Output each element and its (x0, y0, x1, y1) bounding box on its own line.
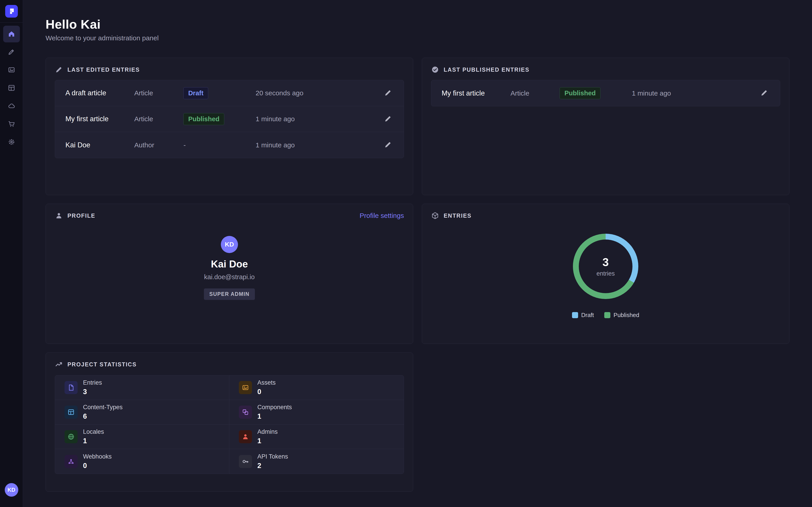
edit-entry-button[interactable] (383, 88, 393, 99)
stat-value: 3 (83, 388, 102, 396)
document-icon (64, 381, 78, 394)
pencil-icon (760, 89, 768, 98)
widget-header: LAST PUBLISHED ENTRIES (431, 66, 780, 74)
sidebar-item-media-library[interactable] (3, 62, 20, 78)
chart-legend: Draft Published (572, 312, 640, 319)
role-badge: SUPER ADMIN (204, 288, 255, 300)
entry-type: Article (134, 89, 184, 97)
stat-value: 1 (257, 437, 278, 445)
entry-time: 1 minute ago (256, 141, 383, 149)
sidebar-item-content-type-builder[interactable] (3, 44, 20, 60)
entry-name: Kai Doe (65, 141, 134, 149)
edit-entry-button[interactable] (759, 88, 770, 99)
entry-type: Author (134, 141, 184, 149)
status-badge: Draft (184, 87, 208, 99)
widget-header: PROFILE Profile settings (55, 212, 404, 220)
widget-header: PROJECT STATISTICS (55, 360, 404, 369)
edit-entry-button[interactable] (383, 140, 393, 151)
legend-item-draft: Draft (572, 312, 594, 319)
trend-up-icon (55, 360, 63, 369)
home-icon (7, 30, 15, 39)
entry-type: Article (134, 115, 184, 123)
entry-type: Article (510, 90, 560, 97)
stat-value: 0 (83, 462, 112, 470)
entry-time: 1 minute ago (256, 115, 383, 123)
widgets-grid: LAST EDITED ENTRIES A draft article Arti… (46, 58, 790, 492)
stat-value: 2 (257, 462, 288, 470)
profile-settings-link[interactable]: Profile settings (360, 212, 404, 220)
layout-icon (7, 84, 15, 93)
person-icon (55, 212, 63, 220)
entry-time: 20 seconds ago (256, 89, 383, 97)
sidebar-item-deploy[interactable] (3, 98, 20, 114)
legend-item-published: Published (604, 312, 639, 319)
legend-label: Draft (581, 312, 594, 319)
legend-label: Published (613, 312, 639, 319)
last-published-table: My first article Article Published 1 min… (431, 80, 780, 106)
last-edited-table: A draft article Article Draft 20 seconds… (55, 80, 404, 158)
page-title: Hello Kai (46, 17, 790, 32)
widget-entries: ENTRIES 3 entries Draft Publis (422, 204, 790, 344)
entries-count: 3 (603, 256, 609, 269)
sidebar-item-home[interactable] (3, 26, 20, 42)
strapi-logo[interactable] (5, 5, 18, 17)
entry-name: A draft article (65, 89, 134, 97)
sidebar-item-content-manager[interactable] (3, 80, 20, 97)
entries-donut-center: 3 entries (573, 234, 638, 299)
stat-value: 0 (257, 388, 275, 396)
sidebar-item-marketplace[interactable] (3, 116, 20, 132)
images-icon (7, 66, 15, 74)
settings-gear-icon (7, 138, 15, 147)
pencil-icon (384, 115, 392, 123)
status-empty: - (184, 141, 186, 149)
stat-label: API Tokens (257, 453, 288, 460)
cloud-icon (7, 102, 15, 111)
widget-header: LAST EDITED ENTRIES (55, 66, 404, 74)
widget-project-statistics: PROJECT STATISTICS Entries3 Assets0 Cont… (46, 352, 413, 492)
stat-components: Components1 (230, 400, 404, 425)
stat-entries: Entries3 (55, 376, 230, 400)
stat-assets: Assets0 (230, 376, 404, 400)
status-badge: Published (560, 87, 600, 99)
pencil-icon (384, 89, 392, 98)
stat-label: Webhooks (83, 453, 112, 460)
pencil-icon (384, 140, 392, 150)
widget-title: LAST PUBLISHED ENTRIES (444, 66, 529, 73)
profile-email: kai.doe@strapi.io (204, 273, 255, 281)
entry-name: My first article (442, 89, 510, 97)
layout-grid-icon (64, 406, 78, 419)
stat-label: Assets (257, 379, 275, 386)
profile-body: KD Kai Doe kai.doe@strapi.io SUPER ADMIN (55, 236, 404, 300)
person-icon (239, 430, 252, 443)
entries-unit: entries (596, 270, 615, 277)
table-row: My first article Article Published 1 min… (55, 106, 404, 132)
puzzle-icon (239, 406, 252, 419)
stat-locales: Locales1 (55, 425, 230, 449)
stat-content-types: Content-Types6 (55, 400, 230, 425)
stats-grid: Entries3 Assets0 Content-Types6 Componen… (55, 375, 404, 474)
user-avatar[interactable]: KD (5, 483, 18, 497)
stat-value: 6 (83, 412, 123, 420)
widget-title: LAST EDITED ENTRIES (67, 66, 140, 73)
table-row: Kai Doe Author - 1 minute ago (55, 132, 404, 158)
strapi-logo-icon (8, 7, 15, 15)
main-content: Hello Kai Welcome to your administration… (23, 0, 812, 507)
profile-name: Kai Doe (211, 259, 248, 270)
stat-api-tokens: API Tokens2 (230, 449, 404, 474)
stat-value: 1 (83, 437, 104, 445)
edit-entry-button[interactable] (383, 114, 393, 124)
published-swatch (604, 312, 610, 318)
entries-chart: 3 entries Draft Published (431, 234, 780, 319)
key-icon (239, 455, 252, 468)
widget-title: PROJECT STATISTICS (67, 361, 137, 368)
sidebar: KD (0, 0, 23, 507)
draft-swatch (572, 312, 578, 318)
pencil-icon (55, 66, 63, 74)
widget-last-published-entries: LAST PUBLISHED ENTRIES My first article … (422, 58, 790, 195)
stat-webhooks: Webhooks0 (55, 449, 230, 474)
globe-icon (64, 430, 78, 443)
sidebar-item-settings[interactable] (3, 134, 20, 151)
cart-icon (7, 120, 15, 129)
table-row: A draft article Article Draft 20 seconds… (55, 80, 404, 106)
profile-avatar: KD (221, 236, 238, 253)
